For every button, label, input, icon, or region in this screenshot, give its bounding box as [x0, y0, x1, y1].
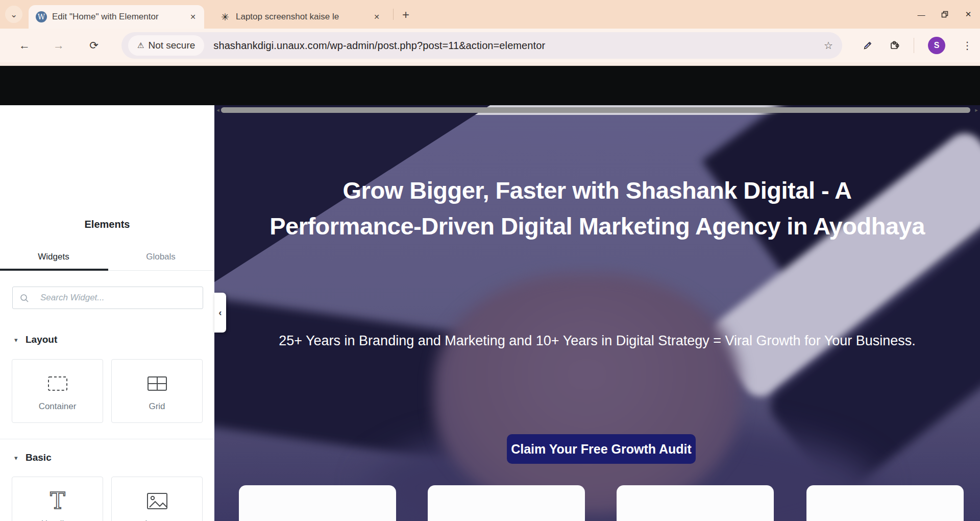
browser-tab-active[interactable]: W Edit "Home" with Elementor ✕: [29, 5, 204, 29]
hero-heading[interactable]: Grow Bigger, Faster with Shashank Digita…: [265, 173, 929, 244]
window-minimize-button[interactable]: —: [910, 4, 933, 25]
cta-button[interactable]: Claim Your Free Growth Audit: [507, 434, 696, 464]
scroll-left-icon[interactable]: ◂: [214, 105, 222, 115]
widget-card-container[interactable]: Container: [12, 359, 103, 423]
new-tab-button[interactable]: +: [398, 7, 413, 22]
eyedropper-icon: [863, 39, 874, 51]
scrollbar-thumb[interactable]: [221, 107, 970, 113]
widget-label: Image: [112, 519, 202, 521]
feature-card[interactable]: [428, 485, 585, 521]
security-chip[interactable]: ⚠ Not secure: [128, 35, 204, 56]
tab-close-icon[interactable]: ✕: [187, 11, 199, 23]
widget-card-grid[interactable]: Grid: [111, 359, 203, 423]
container-icon: [12, 371, 103, 396]
forward-button[interactable]: →: [51, 38, 66, 53]
screen: ⌄ W Edit "Home" with Elementor ✕ ✳ Lapto…: [0, 0, 980, 521]
tab-close-icon[interactable]: ✕: [371, 11, 383, 23]
window-restore-button[interactable]: [933, 4, 957, 25]
widget-label: Grid: [112, 401, 202, 412]
heading-icon: T: [12, 488, 103, 514]
section-header-layout[interactable]: ▾ Layout: [14, 333, 57, 346]
tab-divider: [393, 9, 394, 20]
section-title: Basic: [26, 452, 52, 463]
svg-text:T: T: [50, 489, 65, 513]
back-button[interactable]: ←: [17, 38, 32, 53]
warning-icon: ⚠: [137, 41, 144, 50]
widget-label: Container: [12, 401, 103, 412]
feature-card[interactable]: [806, 485, 964, 521]
tab-globals[interactable]: Globals: [107, 243, 214, 271]
feature-card[interactable]: [239, 485, 396, 521]
search-icon: [19, 293, 30, 303]
section-header-basic[interactable]: ▾ Basic: [14, 451, 52, 464]
caret-down-icon: ▾: [14, 454, 26, 462]
panel-collapse-handle[interactable]: ‹: [214, 293, 226, 333]
tab-widgets[interactable]: Widgets: [0, 243, 107, 271]
widget-card-image[interactable]: Image: [111, 477, 203, 521]
omnibox[interactable]: ⚠ Not secure shashankdigi.unaux.com/wp-a…: [121, 32, 842, 59]
extensions-button[interactable]: [886, 36, 903, 54]
browser-address-bar: ← → ⟳ ⚠ Not secure shashankdigi.unaux.co…: [0, 29, 980, 62]
security-label: Not secure: [148, 40, 195, 51]
chatgpt-icon: ✳: [219, 11, 231, 22]
scroll-right-icon[interactable]: ▸: [973, 105, 980, 115]
tab-search-button[interactable]: ⌄: [5, 6, 22, 23]
wordpress-icon: W: [36, 11, 47, 22]
chrome-bottom-edge: [0, 62, 980, 66]
panel-title: Elements: [0, 219, 214, 230]
browser-tab-strip: ⌄ W Edit "Home" with Elementor ✕ ✳ Lapto…: [0, 0, 980, 29]
browser-menu-button[interactable]: ⋮: [960, 37, 975, 54]
widget-label: Heading: [12, 519, 103, 521]
section-divider: [0, 439, 214, 439]
toolbar-divider: [914, 38, 914, 53]
tab-title: Laptop screenshot kaise le: [236, 12, 371, 22]
profile-avatar[interactable]: S: [928, 37, 945, 54]
browser-tab-inactive[interactable]: ✳ Laptop screenshot kaise le ✕: [208, 5, 388, 29]
tab-title: Edit "Home" with Elementor: [52, 12, 187, 22]
window-close-button[interactable]: ✕: [957, 4, 980, 25]
hero-subheading[interactable]: 25+ Years in Branding and Marketing and …: [214, 333, 980, 349]
url-text[interactable]: shashankdigi.unaux.com/wp-admin/post.php…: [213, 40, 545, 52]
bookmark-star-icon[interactable]: ☆: [824, 39, 833, 52]
window-controls: — ✕: [910, 0, 980, 29]
color-picker-button[interactable]: [860, 36, 877, 54]
reload-button[interactable]: ⟳: [86, 38, 102, 53]
feature-card[interactable]: [617, 485, 774, 521]
restore-icon: [941, 10, 949, 18]
caret-down-icon: ▾: [14, 336, 26, 344]
elements-panel: Elements Widgets Globals ▾ Layout Contai…: [0, 105, 214, 521]
search-widget-input[interactable]: [12, 287, 203, 309]
chevron-left-icon: ‹: [218, 307, 222, 318]
grid-icon: [112, 371, 202, 396]
preview-canvas[interactable]: Grow Bigger, Faster with Shashank Digita…: [214, 105, 980, 521]
puzzle-icon: [889, 39, 901, 51]
image-icon: [112, 488, 202, 514]
elementor-top-bar: + Home ⌄ ⚙: [0, 66, 980, 105]
active-tab-underline: [0, 269, 108, 271]
section-title: Layout: [26, 334, 57, 345]
widget-card-heading[interactable]: T Heading: [12, 477, 103, 521]
